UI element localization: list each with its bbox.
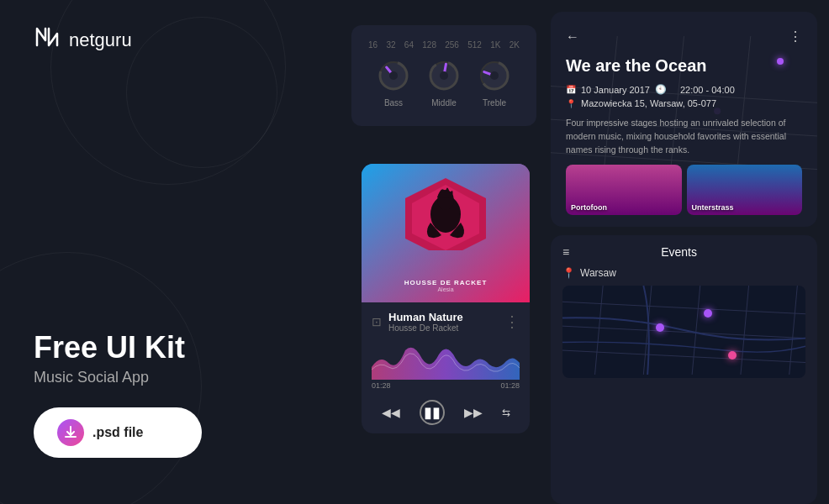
location-name: Warsaw [580,267,616,279]
treble-label: Treble [483,98,506,108]
bass-label: Bass [384,98,403,108]
artist-bg-2: Unterstrass [687,165,803,215]
track-artist: Housse De Racket [388,323,463,333]
play-pause-button[interactable]: ▮▮ [420,400,445,425]
svg-line-13 [551,87,817,103]
svg-point-19 [714,108,721,114]
map-dot-purple-2 [704,309,712,318]
svg-point-8 [490,71,499,80]
right-panel: ← ⋮ We are the Ocean 📅 10 January 2017 🕙… [539,0,829,504]
album-label: HOUSSE DE RACKET Alesia [404,279,488,292]
svg-line-26 [741,286,749,375]
event-detail-card: ← ⋮ We are the Ocean 📅 10 January 2017 🕙… [551,12,817,227]
artist-name-2: Unterstrass [692,203,734,212]
svg-point-5 [440,71,448,80]
prev-button[interactable]: ◀◀ [382,406,400,419]
eq-label-2k: 2K [510,40,520,50]
svg-line-14 [551,119,817,136]
artist-thumb-2[interactable]: Unterstrass [687,165,803,215]
bass-knob-container[interactable]: Bass [376,58,411,108]
time-start: 01:28 [372,381,391,390]
waveform-area [362,338,530,380]
artist-name-1: Portofoon [571,203,607,212]
eq-label-16: 16 [368,40,378,50]
brand-name: netguru [69,29,132,51]
album-hexagon [404,176,488,250]
treble-knob-container[interactable]: Treble [477,58,512,108]
download-icon [57,419,84,446]
location-dot-icon: 📍 [562,267,575,279]
player-info: ⊡ Human Nature Housse De Racket ⋮ [362,302,530,338]
svg-line-27 [789,286,798,375]
artist-bg-1: Portofoon [566,165,682,215]
events-list-card: ≡ Events 📍 Warsaw [551,235,817,504]
player-type-icon: ⊡ [372,315,382,328]
album-sub-small: Alesia [404,286,488,292]
player-more-icon[interactable]: ⋮ [504,312,520,331]
download-label: .psd file [92,425,143,440]
events-list-header: ≡ Events [562,245,805,259]
music-player: HOUSSE DE RACKET Alesia ⊡ Human Nature H… [362,164,530,433]
map-marker-dot [777,58,784,65]
tagline-main: Free UI Kit [34,329,185,365]
svg-point-2 [389,71,398,80]
player-controls: ◀◀ ▮▮ ▶▶ ⇆ [362,395,530,433]
eq-label-512: 512 [467,40,482,50]
svg-line-25 [692,286,700,375]
tagline-area: Free UI Kit Music Social App [34,329,185,386]
download-psd-button[interactable]: .psd file [34,407,202,458]
events-list-title: Events [661,245,697,259]
svg-line-23 [595,286,604,375]
eq-label-32: 32 [386,40,395,50]
eq-labels-top: 16 32 64 128 256 512 1K 2K [368,40,520,50]
next-button[interactable]: ▶▶ [464,406,483,419]
map-dot-pink-1 [728,351,737,360]
eq-knobs: Bass Middle [368,58,520,108]
equalizer-widget: 16 32 64 128 256 512 1K 2K Bass [351,25,536,126]
middle-knob-container[interactable]: Middle [426,58,462,108]
eq-label-256: 256 [445,40,459,50]
artist-thumb-1[interactable]: Portofoon [566,165,682,215]
eq-label-1k: 1K [490,40,500,50]
mini-map[interactable] [562,286,805,378]
album-art: HOUSSE DE RACKET Alesia [362,164,530,302]
tagline-sub: Music Social App [34,369,185,386]
shuffle-button[interactable]: ⇆ [502,407,510,418]
logo-symbol [34,25,61,55]
time-end: 01:28 [500,381,520,390]
track-details: Human Nature Housse De Racket [388,311,463,333]
bass-knob[interactable] [376,58,411,93]
treble-knob[interactable] [477,58,512,93]
middle-knob[interactable] [426,58,462,93]
location-row: 📍 Warsaw [562,267,805,279]
middle-label: Middle [431,98,456,108]
eq-label-64: 64 [404,40,414,50]
eq-label-128: 128 [422,40,436,50]
left-panel: netguru Free UI Kit Music Social App .ps… [0,0,353,504]
logo-area: netguru [34,25,319,55]
progress-bar[interactable]: 01:28 01:28 [362,380,530,395]
svg-line-20 [562,302,805,314]
player-left: ⊡ Human Nature Housse De Racket [372,311,463,333]
map-dot-purple-1 [656,323,664,332]
hamburger-icon[interactable]: ≡ [562,245,569,259]
track-name: Human Nature [388,311,463,323]
album-title-small: HOUSSE DE RACKET [404,279,488,286]
